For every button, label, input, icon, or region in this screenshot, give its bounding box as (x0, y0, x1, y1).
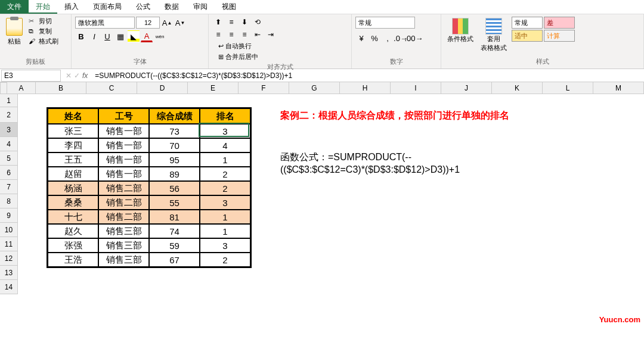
decrease-font-button[interactable]: A▼ (174, 17, 186, 29)
align-right-button[interactable]: ≡ (239, 29, 250, 40)
row-header-1[interactable]: 1 (0, 94, 18, 107)
table-cell[interactable]: 59 (149, 238, 200, 253)
orientation-button[interactable]: ⟲ (252, 17, 264, 27)
col-header-L[interactable]: L (543, 82, 593, 94)
col-header-H[interactable]: H (340, 82, 391, 94)
table-cell[interactable]: 销售二部 (98, 181, 149, 195)
style-normal[interactable]: 常规 (512, 17, 543, 29)
table-cell[interactable]: 2 (200, 253, 250, 267)
row-header-10[interactable]: 10 (0, 223, 18, 237)
row-header-11[interactable]: 11 (0, 237, 18, 251)
paste-button[interactable]: 粘贴 (2, 15, 26, 48)
wrap-text-button[interactable]: ↩自动换行 (216, 42, 261, 51)
col-header-A[interactable]: A (7, 82, 36, 94)
bold-button[interactable]: B (75, 30, 87, 42)
conditional-format-button[interactable]: 条件格式 (445, 17, 476, 45)
cancel-formula-icon[interactable]: ✕ (66, 71, 72, 80)
table-cell[interactable]: 销售二部 (98, 195, 149, 210)
tab-review[interactable]: 审阅 (186, 0, 215, 14)
row-header-7[interactable]: 7 (0, 180, 18, 194)
row-header-8[interactable]: 8 (0, 194, 18, 208)
table-cell[interactable]: 杨涵 (48, 181, 98, 195)
number-format-select[interactable] (355, 17, 415, 29)
table-cell[interactable]: 销售一部 (98, 124, 149, 138)
style-neutral[interactable]: 适中 (512, 30, 543, 42)
col-header-M[interactable]: M (593, 82, 644, 94)
fx-icon[interactable]: fx (82, 71, 88, 80)
enter-formula-icon[interactable]: ✓ (74, 71, 80, 80)
table-cell[interactable]: 3 (200, 195, 250, 210)
table-cell[interactable]: 销售三部 (98, 253, 149, 267)
table-cell[interactable]: 销售一部 (98, 152, 149, 167)
border-button[interactable]: ▦ (114, 30, 126, 42)
cells-area[interactable]: 姓名工号综合成绩排名张三销售一部733李四销售一部704王五销售一部951赵留销… (18, 94, 644, 357)
table-cell[interactable]: 74 (149, 224, 200, 238)
col-header-G[interactable]: G (289, 82, 340, 94)
decrease-decimal-button[interactable]: .00→ (408, 32, 420, 44)
align-middle-button[interactable]: ≡ (225, 17, 237, 27)
col-header-B[interactable]: B (36, 82, 86, 94)
table-cell[interactable]: 3 (200, 124, 250, 138)
table-cell[interactable]: 70 (149, 138, 200, 152)
increase-indent-button[interactable]: ⇥ (265, 29, 277, 40)
table-cell[interactable]: 王五 (48, 152, 98, 167)
col-header-D[interactable]: D (137, 82, 188, 94)
table-cell[interactable]: 55 (149, 195, 200, 210)
table-cell[interactable]: 95 (149, 152, 200, 167)
tab-formulas[interactable]: 公式 (129, 0, 157, 14)
row-header-12[interactable]: 12 (0, 251, 18, 266)
row-header-14[interactable]: 14 (0, 280, 18, 294)
format-table-button[interactable]: 套用 表格格式 (478, 17, 509, 54)
tab-home[interactable]: 开始 (29, 0, 57, 14)
col-header-J[interactable]: J (441, 82, 492, 94)
phonetic-button[interactable]: wén (154, 30, 166, 42)
font-color-button[interactable]: A (141, 30, 153, 42)
table-cell[interactable]: 销售一部 (98, 138, 149, 152)
table-cell[interactable]: 十七 (48, 210, 98, 224)
table-cell[interactable]: 67 (149, 253, 200, 267)
table-cell[interactable]: 赵留 (48, 167, 98, 181)
align-center-button[interactable]: ≡ (225, 29, 237, 40)
table-cell[interactable]: 2 (200, 181, 250, 195)
tab-insert[interactable]: 插入 (57, 0, 86, 14)
table-cell[interactable]: 李四 (48, 138, 98, 152)
align-top-button[interactable]: ⬆ (212, 17, 224, 27)
table-cell[interactable]: 张三 (48, 124, 98, 138)
tab-data[interactable]: 数据 (157, 0, 186, 14)
row-header-4[interactable]: 4 (0, 137, 18, 151)
table-cell[interactable]: 1 (200, 224, 250, 238)
table-cell[interactable]: 4 (200, 138, 250, 152)
table-cell[interactable]: 73 (149, 124, 200, 138)
tab-file[interactable]: 文件 (0, 0, 29, 14)
font-size-select[interactable] (136, 17, 160, 29)
col-header-C[interactable]: C (86, 82, 137, 94)
row-header-9[interactable]: 9 (0, 208, 18, 223)
name-box[interactable] (1, 70, 61, 82)
row-header-3[interactable]: 3 (0, 123, 18, 137)
table-cell[interactable]: 销售一部 (98, 167, 149, 181)
comma-button[interactable]: , (382, 32, 394, 44)
table-cell[interactable]: 销售三部 (98, 224, 149, 238)
col-header-E[interactable]: E (188, 82, 239, 94)
row-header-6[interactable]: 6 (0, 166, 18, 180)
table-cell[interactable]: 销售三部 (98, 238, 149, 253)
col-header-F[interactable]: F (239, 82, 289, 94)
cut-button[interactable]: ✂剪切 (29, 17, 58, 26)
increase-font-button[interactable]: A▲ (161, 17, 173, 29)
table-cell[interactable]: 赵久 (48, 224, 98, 238)
table-cell[interactable]: 56 (149, 181, 200, 195)
table-cell[interactable]: 张强 (48, 238, 98, 253)
table-cell[interactable]: 3 (200, 238, 250, 253)
decrease-indent-button[interactable]: ⇤ (252, 29, 264, 40)
table-cell[interactable]: 王浩 (48, 253, 98, 267)
style-bad[interactable]: 差 (544, 17, 575, 29)
merge-center-button[interactable]: ⊞合并后居中 (216, 52, 261, 61)
align-left-button[interactable]: ≡ (212, 29, 224, 40)
tab-page-layout[interactable]: 页面布局 (86, 0, 129, 14)
row-header-2[interactable]: 2 (0, 107, 18, 123)
formula-input[interactable] (91, 71, 644, 80)
table-cell[interactable]: 89 (149, 167, 200, 181)
table-cell[interactable]: 1 (200, 210, 250, 224)
tab-view[interactable]: 视图 (215, 0, 243, 14)
col-header-K[interactable]: K (492, 82, 543, 94)
